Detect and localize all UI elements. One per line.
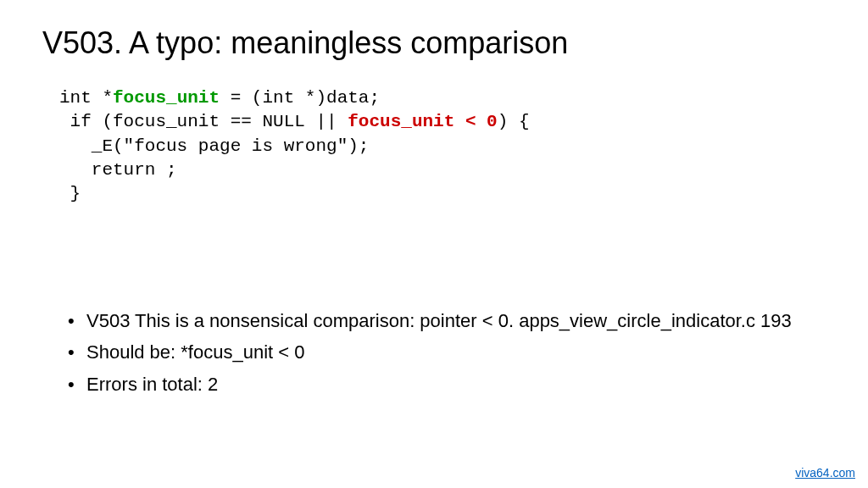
slide-title: V503. A typo: meaningless comparison — [42, 25, 826, 61]
code-text: _E("focus page is wrong"); — [59, 136, 369, 156]
bullet-item: V503 This is a nonsensical comparison: p… — [68, 308, 826, 334]
code-text: if (focus_unit == NULL || — [59, 112, 348, 131]
bullet-list: V503 This is a nonsensical comparison: p… — [68, 308, 826, 397]
code-highlight-green: focus_unit — [113, 88, 220, 108]
slide: V503. A typo: meaningless comparison int… — [0, 0, 868, 488]
code-text: int * — [59, 88, 113, 108]
code-text: = (int *)data; — [220, 88, 380, 108]
code-text: ) { — [498, 112, 530, 131]
code-text: } — [59, 184, 81, 203]
code-block: int *focus_unit = (int *)data; if (focus… — [59, 86, 826, 207]
code-highlight-red: focus_unit < 0 — [348, 112, 497, 131]
code-text: return ; — [59, 160, 177, 180]
footer-link[interactable]: viva64.com — [795, 466, 855, 480]
bullet-item: Errors in total: 2 — [68, 372, 826, 397]
bullet-item: Should be: *focus_unit < 0 — [68, 340, 826, 365]
